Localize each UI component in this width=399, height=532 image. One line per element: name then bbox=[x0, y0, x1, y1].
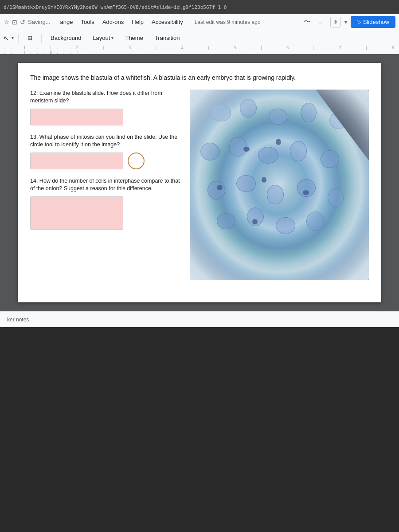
wave-icon: 〜 bbox=[304, 17, 311, 27]
plus-icon: ⊞ bbox=[27, 35, 32, 41]
cursor-icon: ↖ bbox=[4, 35, 9, 42]
play-icon: ▷ bbox=[357, 19, 361, 25]
answer-box-14[interactable] bbox=[30, 196, 123, 230]
menu-item-arrange[interactable]: ange bbox=[57, 17, 77, 27]
question-13-block: 13. What phase of mitosis can you find o… bbox=[30, 133, 181, 169]
menu-bar-right: 〜 ≡ ⊕ ▾ ▷ Slideshow bbox=[304, 16, 395, 28]
url-text: d/1SMmahtkxDnuy9mVI0YRxYMy2hoeQW_wnAmFf3… bbox=[4, 4, 227, 10]
add-slide-btn[interactable]: ⊞ bbox=[23, 33, 37, 43]
transition-button[interactable]: Transition bbox=[150, 33, 184, 43]
saving-text: Saving... bbox=[28, 19, 51, 25]
background-button[interactable]: Background bbox=[46, 33, 86, 43]
circle-tool[interactable] bbox=[128, 153, 145, 169]
question-12-text: 12. Examine the blastula slide. How does… bbox=[30, 90, 181, 105]
ruler: . . . 1 . . . | . . . 2 . . . | . . . 3 … bbox=[0, 46, 399, 54]
question-14-text: 14. How do the number of cells in interp… bbox=[30, 177, 181, 193]
notes-icon-btn[interactable]: ≡ bbox=[314, 16, 327, 28]
layout-dropdown-arrow: ▾ bbox=[111, 35, 113, 40]
microscope-image bbox=[190, 90, 369, 280]
answer-box-12[interactable] bbox=[30, 109, 123, 125]
menu-item-help[interactable]: Help bbox=[128, 17, 147, 27]
slideshow-button[interactable]: ▷ Slideshow bbox=[351, 16, 395, 28]
slide-container[interactable]: The image shows the blastula of a whitef… bbox=[18, 63, 381, 302]
expand-icon-btn[interactable]: ⊕ bbox=[330, 17, 341, 27]
menu-bar: ☆ ⊡ ↺ Saving... ange Tools Add-ons Help … bbox=[0, 14, 399, 30]
menu-item-addons[interactable]: Add-ons bbox=[99, 17, 127, 27]
question-13-row bbox=[30, 153, 181, 169]
speaker-notes-label: ker notes bbox=[7, 317, 29, 323]
slide-image bbox=[190, 90, 369, 280]
ruler-text: . . . 1 . . . | . . . 2 . . . | . . . 3 … bbox=[4, 46, 395, 54]
menu-bar-left: ☆ ⊡ ↺ Saving... ange Tools Add-ons Help … bbox=[4, 17, 261, 27]
dropdown-arrow[interactable]: ▾ bbox=[344, 19, 347, 25]
question-12-block: 12. Examine the blastula slide. How does… bbox=[30, 90, 181, 125]
main-area: The image shows the blastula of a whitef… bbox=[0, 54, 399, 311]
question-14-block: 14. How do the number of cells in interp… bbox=[30, 177, 181, 230]
answer-box-13[interactable] bbox=[30, 153, 123, 169]
menu-item-accessibility[interactable]: Accessibility bbox=[148, 17, 187, 27]
layout-button[interactable]: Layout ▾ bbox=[88, 33, 118, 43]
bottom-area bbox=[0, 327, 399, 532]
toolbar-separator-2 bbox=[41, 34, 42, 43]
theme-button[interactable]: Theme bbox=[121, 33, 147, 43]
menu-item-tools[interactable]: Tools bbox=[78, 17, 98, 27]
toolbar: ↖ ▾ ⊞ Background Layout ▾ Theme Transiti… bbox=[0, 30, 399, 46]
menu-items: ange Tools Add-ons Help Accessibility bbox=[57, 17, 187, 27]
cursor-dropdown-arrow[interactable]: ▾ bbox=[12, 35, 14, 40]
export-icon[interactable]: ⊡ bbox=[12, 19, 17, 26]
address-bar: d/1SMmahtkxDnuy9mVI0YRxYMy2hoeQW_wnAmFf3… bbox=[0, 0, 399, 14]
question-13-text: 13. What phase of mitosis can you find o… bbox=[30, 133, 181, 149]
saving-icon: ↺ bbox=[20, 19, 25, 26]
speaker-notes: ker notes bbox=[0, 311, 399, 327]
vignette bbox=[190, 90, 369, 280]
toolbar-separator-1 bbox=[18, 34, 19, 43]
star-icon[interactable]: ☆ bbox=[4, 19, 9, 26]
last-edit-text: Last edit was 9 minutes ago bbox=[195, 19, 261, 25]
slide-content: 12. Examine the blastula slide. How does… bbox=[30, 90, 369, 280]
slide-intro-text: The image shows the blastula of a whitef… bbox=[30, 74, 369, 82]
slide-questions: 12. Examine the blastula slide. How does… bbox=[30, 90, 181, 280]
